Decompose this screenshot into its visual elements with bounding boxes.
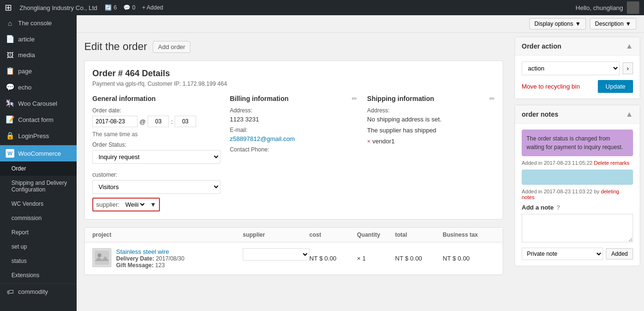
sidebar-item-setup[interactable]: set up [0,240,77,254]
sidebar-item-label: LoginPress [18,132,49,140]
sidebar-item-article[interactable]: 📄 article [0,31,77,47]
sidebar-item-contact-form[interactable]: 📝 Contact form [0,111,77,128]
status-label: Order Status: [92,141,220,148]
supplier-select[interactable]: Weiii [123,201,146,209]
general-title: General information [92,95,156,102]
col-quantity: Quantity [357,231,395,238]
sidebar-item-label: article [18,36,35,43]
sidebar-item-order[interactable]: Order [0,161,77,176]
sidebar-item-page[interactable]: 📋 page [0,63,77,79]
order-meta: Payment via gpls-rfq. Customer IP: 1.172… [92,80,495,87]
sidebar-item-status[interactable]: status [0,254,77,268]
item-name-link[interactable]: Stainless steel wire [116,248,169,255]
shipping-info-col: Shipping information ✏ Address: No shipp… [367,95,495,211]
order-notes-toggle-icon[interactable]: ▲ [625,110,633,119]
shipping-label: Shipping and Delivery Configuration [11,180,71,193]
sidebar-item-commission[interactable]: commission [0,211,77,225]
wp-logo-icon: ⊞ [5,2,12,13]
avatar [627,1,639,14]
sidebar-item-wc-vendors[interactable]: WC Vendors [0,197,77,211]
setup-label: set up [11,243,27,250]
action-select[interactable]: action [522,61,620,75]
shipping-address-label: Address: [367,107,495,114]
time-hour-input[interactable] [148,116,169,127]
woocommerce-label-text: WooCommerce [18,150,61,157]
report-label: Report [11,229,29,236]
recycle-link[interactable]: Move to recycling bin [522,83,580,90]
billing-info-col: Billing information ✏ Address: 1123 3231… [230,95,367,211]
item-details: Stainless steel wire Delivery Date: 2017… [92,248,243,269]
time-min-input[interactable] [175,116,196,127]
sidebar-item-commodity[interactable]: 🏷 commodity [0,284,77,300]
sidebar-item-console[interactable]: ⌂ The console [0,15,77,31]
sidebar-item-loginpress[interactable]: 🔒 LoginPress [0,128,77,144]
item-supplier-select[interactable] [243,248,309,261]
top-options-bar: Display options ▼ Description ▼ [77,15,644,33]
time-colon: : [171,118,173,125]
sidebar-item-report[interactable]: Report [0,225,77,240]
vendor-cross-icon: × [367,138,370,145]
update-button[interactable]: Update [598,80,633,93]
sidebar-item-echo[interactable]: 💬 echo [0,79,77,95]
at-sign: @ [139,118,146,125]
sidebar-item-extensions[interactable]: Extensions [0,268,77,282]
supplier-row: supplier: Weiii ▼ [92,198,160,211]
site-name: Zhongliang Industry Co., Ltd [20,4,97,11]
add-order-button[interactable]: Add order [153,41,190,53]
note-textarea[interactable] [522,214,633,242]
note-footer: Private note Added [522,248,633,260]
console-icon: ⌂ [6,19,14,27]
svg-point-1 [98,253,101,257]
billing-title: Billing information [230,95,289,102]
billing-edit-icon[interactable]: ✏ [352,95,357,102]
display-options-arrow-icon: ▼ [575,20,581,27]
woo-icon: W [6,149,14,158]
updates-icon[interactable]: 🔄 6 [105,4,117,11]
same-time-text: The same time as [92,131,220,138]
woo-carousel-icon: 🎠 [6,99,14,108]
note-bubble-1: The order status is changed from waiting… [522,130,633,156]
admin-bar-right: Hello, chungliang [575,1,639,14]
right-sidebar: Order action ▲ action › Move to recyclin… [511,33,644,311]
add-label[interactable]: + Added [142,4,163,11]
date-label: Order date: [92,107,220,114]
sidebar-item-media[interactable]: 🖼 media [0,47,77,63]
sidebar-item-woo-carousel[interactable]: 🎠 Woo Carousel [0,95,77,111]
order-columns: General information Order date: @ : The … [92,95,495,211]
billing-address-value: 1123 3231 [230,116,358,123]
order-notes-body: The order status is changed from waiting… [515,124,640,266]
sidebar-item-shipping[interactable]: Shipping and Delivery Configuration [0,176,77,197]
description-button[interactable]: Description ▼ [590,18,636,30]
col-supplier: supplier [243,231,309,238]
sidebar-item-woocommerce[interactable]: W WooCommerce [0,145,77,161]
shipping-title: Shipping information [367,95,434,102]
supplier-shipped-text: The supplier has shipped [367,127,495,134]
admin-bar: ⊞ Zhongliang Industry Co., Ltd 🔄 6 💬 0 +… [0,0,644,15]
delete-remarks-link[interactable]: Delete remarks [594,160,630,166]
commission-label: commission [11,215,41,221]
action-arrow-button[interactable]: › [623,62,633,74]
note-bubble-2 [522,170,633,185]
order-details-box: Order # 464 Details Payment via gpls-rfq… [84,60,503,220]
order-status-select[interactable]: Inquiry request [92,150,220,164]
date-input[interactable] [92,116,138,127]
greeting: Hello, chungliang [575,4,623,11]
sidebar-item-label: page [18,68,32,75]
loginpress-icon: 🔒 [6,131,14,140]
page-title: Edit the order [84,40,147,53]
order-action-toggle-icon[interactable]: ▲ [625,42,633,50]
shipping-edit-icon[interactable]: ✏ [489,95,495,102]
note-type-select[interactable]: Private note [522,248,603,260]
order-label: Order [11,165,26,172]
shipping-address-note: No shipping address is set. [367,116,495,123]
added-button[interactable]: Added [606,248,633,260]
help-icon[interactable]: ? [556,204,560,211]
media-icon: 🖼 [6,51,14,59]
item-info: Stainless steel wire Delivery Date: 2017… [116,248,184,269]
display-options-button[interactable]: Display options ▼ [529,18,586,30]
comments-icon[interactable]: 💬 0 [123,4,135,11]
customer-select[interactable]: Visitors [92,180,220,194]
billing-email-link[interactable]: z58897812@gmail.com [230,135,295,142]
item-cost: NT $ 0.00 [309,255,357,262]
sidebar-item-label: echo [18,84,31,91]
